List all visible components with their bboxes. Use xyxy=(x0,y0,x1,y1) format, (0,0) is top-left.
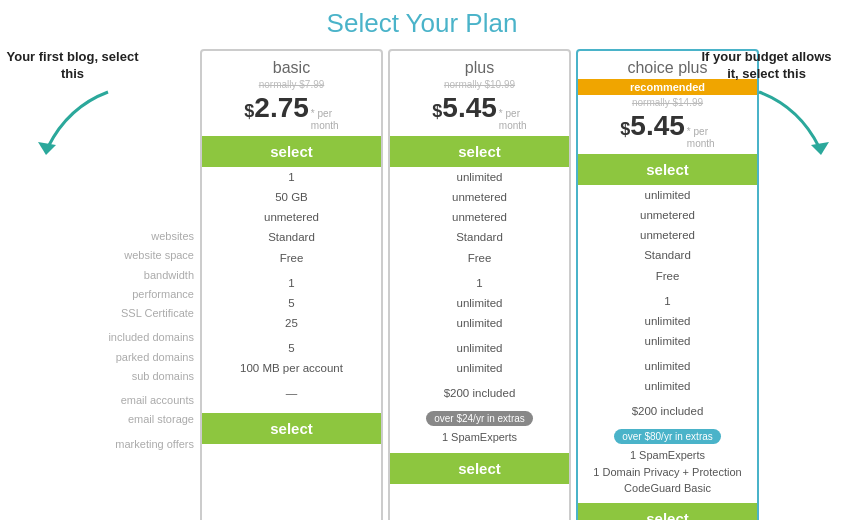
svg-marker-0 xyxy=(38,142,56,155)
plan-basic-suffix: * permonth xyxy=(311,108,339,132)
annotation-right: If your budget allows it, select this xyxy=(694,49,839,83)
plan-basic-dollar: $ xyxy=(244,101,254,122)
plus-feat-performance: Standard xyxy=(394,227,565,247)
plan-plus-suffix: * permonth xyxy=(499,108,527,132)
arrow-right-icon xyxy=(749,87,839,157)
plan-plus-extras-badge: over $24/yr in extras xyxy=(426,411,533,426)
feature-label-websites: websites xyxy=(85,227,194,246)
plus-feat-included-domains: 1 xyxy=(394,273,565,293)
plan-plus-normally: normally $10.99 xyxy=(390,79,569,90)
feature-label-bandwidth: bandwidth xyxy=(85,266,194,285)
plus-feat-parked-domains: unlimited xyxy=(394,293,565,313)
basic-feat-marketing: — xyxy=(206,383,377,403)
plan-choice-extras-item-2: 1 Domain Privacy + Protection xyxy=(583,464,752,481)
basic-feat-parked-domains: 5 xyxy=(206,293,377,313)
choice-feat-parked-domains: unlimited xyxy=(582,311,753,331)
basic-feat-ssl: Free xyxy=(206,248,377,268)
choice-feat-bandwidth: unmetered xyxy=(582,225,753,245)
plan-basic-select-top[interactable]: select xyxy=(202,136,381,167)
basic-feat-websites: 1 xyxy=(206,167,377,187)
plan-choice-plus-select-bottom[interactable]: select xyxy=(578,503,757,520)
svg-marker-1 xyxy=(811,142,829,155)
choice-feat-space: unmetered xyxy=(582,205,753,225)
plan-plus-select-top[interactable]: select xyxy=(390,136,569,167)
plan-choice-plus-price: 5.45 xyxy=(630,110,685,142)
plan-plus-extras-item-1: 1 SpamExperts xyxy=(395,429,564,447)
plan-plus-name: plus xyxy=(390,51,569,79)
plan-choice-extras-item-3: CodeGuard Basic xyxy=(583,480,752,497)
plus-feat-websites: unlimited xyxy=(394,167,565,187)
plan-basic-normally: normally $7.99 xyxy=(202,79,381,90)
page-title: Select Your Plan xyxy=(0,0,844,39)
plus-feat-marketing: $200 included xyxy=(394,383,565,403)
choice-feat-email-storage: unlimited xyxy=(582,376,753,396)
basic-feat-space: 50 GB xyxy=(206,187,377,207)
feature-label-sub-domains: sub domains xyxy=(85,367,194,386)
feature-label-performance: performance xyxy=(85,285,194,304)
plan-choice-extras-item-1: 1 SpamExperts xyxy=(583,447,752,464)
arrow-left-icon xyxy=(28,87,118,157)
plan-basic: basic normally $7.99 $ 2.75 * permonth s… xyxy=(200,49,383,520)
plus-feat-email-accounts: unlimited xyxy=(394,338,565,358)
plus-feat-bandwidth: unmetered xyxy=(394,207,565,227)
feature-label-parked-domains: parked domains xyxy=(85,348,194,367)
plan-choice-plus-dollar: $ xyxy=(620,119,630,140)
plan-plus-select-bottom[interactable]: select xyxy=(390,453,569,484)
feature-label-ssl: SSL Certificate xyxy=(85,304,194,323)
feature-label-website-space: website space xyxy=(85,246,194,265)
basic-feat-included-domains: 1 xyxy=(206,273,377,293)
annotation-left: Your first blog, select this xyxy=(5,49,140,83)
plan-basic-name: basic xyxy=(202,51,381,79)
plus-feat-email-storage: unlimited xyxy=(394,358,565,378)
plan-basic-price: 2.75 xyxy=(254,92,309,124)
plan-basic-select-bottom[interactable]: select xyxy=(202,413,381,444)
choice-feat-sub-domains: unlimited xyxy=(582,331,753,351)
basic-feat-bandwidth: unmetered xyxy=(206,207,377,227)
plan-choice-plus-select-top[interactable]: select xyxy=(578,154,757,185)
choice-feat-ssl: Free xyxy=(582,266,753,286)
basic-feat-performance: Standard xyxy=(206,227,377,247)
choice-feat-email-accounts: unlimited xyxy=(582,356,753,376)
feature-label-email-accounts: email accounts xyxy=(85,391,194,410)
choice-feat-marketing: $200 included xyxy=(582,401,753,421)
feature-label-email-storage: email storage xyxy=(85,410,194,429)
plan-plus: plus normally $10.99 $ 5.45 * permonth s… xyxy=(388,49,571,520)
basic-feat-sub-domains: 25 xyxy=(206,313,377,333)
plus-feat-sub-domains: unlimited xyxy=(394,313,565,333)
feature-label-marketing: marketing offers xyxy=(85,435,194,454)
plan-plus-dollar: $ xyxy=(432,101,442,122)
plus-feat-space: unmetered xyxy=(394,187,565,207)
plus-feat-ssl: Free xyxy=(394,248,565,268)
choice-feat-performance: Standard xyxy=(582,245,753,265)
feature-label-included-domains: included domains xyxy=(85,328,194,347)
plan-plus-price: 5.45 xyxy=(442,92,497,124)
basic-feat-email-accounts: 5 xyxy=(206,338,377,358)
choice-feat-included-domains: 1 xyxy=(582,291,753,311)
choice-feat-websites: unlimited xyxy=(582,185,753,205)
plan-choice-extras-badge: over $80/yr in extras xyxy=(614,429,721,444)
basic-feat-email-storage: 100 MB per account xyxy=(206,358,377,378)
